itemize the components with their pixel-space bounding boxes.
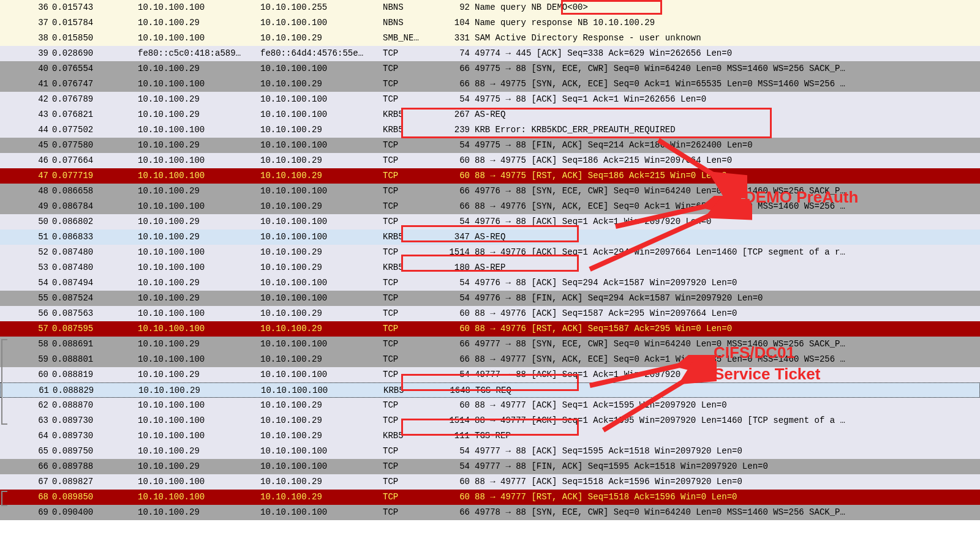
packet-row[interactable]: 640.08973010.10.100.10010.10.100.29KRB51… xyxy=(0,428,980,444)
col-length: 347 xyxy=(438,229,475,245)
packet-row[interactable]: 420.07678910.10.100.2910.10.100.100TCP54… xyxy=(0,92,980,107)
col-destination: 10.10.100.29 xyxy=(260,352,383,367)
col-length: 267 xyxy=(438,107,475,122)
packet-row[interactable]: 690.09040010.10.100.2910.10.100.100TCP66… xyxy=(0,505,980,520)
col-info: Name query NB DEMO<00> xyxy=(475,0,980,15)
packet-row[interactable]: 530.08748010.10.100.10010.10.100.29KRB51… xyxy=(0,260,980,275)
col-source: 10.10.100.29 xyxy=(138,92,260,107)
col-time: 0.086658 xyxy=(52,184,138,199)
packet-row[interactable]: 400.07655410.10.100.2910.10.100.100TCP66… xyxy=(0,61,980,76)
col-source: 10.10.100.100 xyxy=(138,153,260,168)
packet-row[interactable]: 670.08982710.10.100.10010.10.100.29TCP60… xyxy=(0,474,980,490)
col-source: 10.10.100.100 xyxy=(138,122,260,138)
packet-row[interactable]: 430.07682110.10.100.2910.10.100.100KRB52… xyxy=(0,107,980,122)
col-protocol: TCP xyxy=(383,474,438,490)
col-time: 0.087563 xyxy=(52,306,138,321)
col-protocol: KRB5 xyxy=(383,107,438,122)
col-info: 49777 → 88 [SYN, ECE, CWR] Seq=0 Win=642… xyxy=(475,337,980,352)
packet-row[interactable]: 590.08880110.10.100.10010.10.100.29TCP66… xyxy=(0,352,980,367)
col-time: 0.015850 xyxy=(52,31,138,46)
col-length: 54 xyxy=(438,291,475,306)
col-protocol: TCP xyxy=(383,490,438,505)
packet-row[interactable]: 380.01585010.10.100.10010.10.100.29SMB_N… xyxy=(0,31,980,46)
col-source: 10.10.100.29 xyxy=(138,505,260,520)
packet-row[interactable]: 440.07750210.10.100.10010.10.100.29KRB52… xyxy=(0,122,980,138)
col-length: 1648 xyxy=(439,383,475,397)
col-length: 60 xyxy=(438,306,475,321)
col-time: 0.089730 xyxy=(52,428,138,444)
col-source: 10.10.100.29 xyxy=(138,459,260,474)
packet-row[interactable]: 450.07758010.10.100.2910.10.100.100TCP54… xyxy=(0,138,980,153)
packet-row[interactable]: 410.07674710.10.100.10010.10.100.29TCP66… xyxy=(0,76,980,92)
col-protocol: TCP xyxy=(383,444,438,459)
packet-row[interactable]: 520.08748010.10.100.10010.10.100.29TCP15… xyxy=(0,245,980,260)
col-protocol: KRB5 xyxy=(383,229,438,245)
col-no: 58 xyxy=(0,337,52,352)
packet-list[interactable]: 360.01574310.10.100.10010.10.100.255NBNS… xyxy=(0,0,980,520)
packet-row[interactable]: 660.08978810.10.100.2910.10.100.100TCP54… xyxy=(0,459,980,474)
col-info: AS-REQ xyxy=(475,229,980,245)
col-destination: 10.10.100.100 xyxy=(260,214,383,229)
packet-row[interactable]: 610.08882910.10.100.2910.10.100.100KRB51… xyxy=(0,382,980,398)
col-protocol: NBNS xyxy=(383,0,438,15)
packet-row[interactable]: 470.07771910.10.100.10010.10.100.29TCP60… xyxy=(0,168,980,184)
packet-row[interactable]: 480.08665810.10.100.2910.10.100.100TCP66… xyxy=(0,184,980,199)
packet-row[interactable]: 600.08881910.10.100.2910.10.100.100TCP54… xyxy=(0,367,980,382)
packet-row[interactable]: 560.08756310.10.100.10010.10.100.29TCP60… xyxy=(0,306,980,321)
packet-row[interactable]: 650.08975010.10.100.2910.10.100.100TCP54… xyxy=(0,444,980,459)
col-protocol: TCP xyxy=(383,275,438,291)
col-time: 0.088870 xyxy=(52,398,138,413)
col-destination: 10.10.100.255 xyxy=(260,0,383,15)
col-info: 88 → 49777 [ACK] Seq=1 Ack=1595 Win=2097… xyxy=(475,413,980,428)
col-no: 62 xyxy=(0,398,52,413)
col-protocol: TCP xyxy=(383,184,438,199)
col-destination: 10.10.100.29 xyxy=(260,490,383,505)
packet-row[interactable]: 360.01574310.10.100.10010.10.100.255NBNS… xyxy=(0,0,980,15)
col-length: 60 xyxy=(438,490,475,505)
col-time: 0.089788 xyxy=(52,459,138,474)
col-no: 63 xyxy=(0,413,52,428)
col-source: 10.10.100.100 xyxy=(138,490,260,505)
col-protocol: KRB5 xyxy=(383,122,438,138)
packet-row[interactable]: 460.07766410.10.100.10010.10.100.29TCP60… xyxy=(0,153,980,168)
col-no: 65 xyxy=(0,444,52,459)
col-time: 0.088819 xyxy=(52,367,138,382)
col-length: 60 xyxy=(438,321,475,337)
col-length: 66 xyxy=(438,505,475,520)
col-protocol: KRB5 xyxy=(383,383,439,397)
col-length: 60 xyxy=(438,474,475,490)
col-destination: 10.10.100.100 xyxy=(260,505,383,520)
col-protocol: SMB_NE… xyxy=(383,31,438,46)
packet-row[interactable]: 580.08869110.10.100.2910.10.100.100TCP66… xyxy=(0,337,980,352)
col-time: 0.015743 xyxy=(52,0,138,15)
col-destination: 10.10.100.100 xyxy=(260,291,383,306)
packet-row[interactable]: 630.08973010.10.100.10010.10.100.29TCP15… xyxy=(0,413,980,428)
packet-row[interactable]: 550.08752410.10.100.2910.10.100.100TCP54… xyxy=(0,291,980,306)
packet-row[interactable]: 620.08887010.10.100.10010.10.100.29TCP60… xyxy=(0,398,980,413)
col-source: 10.10.100.100 xyxy=(138,31,260,46)
col-info: AS-REQ xyxy=(475,107,980,122)
packet-row[interactable]: 570.08759510.10.100.10010.10.100.29TCP60… xyxy=(0,321,980,337)
packet-row[interactable]: 500.08680210.10.100.2910.10.100.100TCP54… xyxy=(0,214,980,229)
col-destination: 10.10.100.100 xyxy=(260,444,383,459)
packet-row[interactable]: 510.08683310.10.100.2910.10.100.100KRB53… xyxy=(0,229,980,245)
packet-row[interactable]: 540.08749410.10.100.2910.10.100.100TCP54… xyxy=(0,275,980,291)
col-no: 50 xyxy=(0,214,52,229)
col-source: 10.10.100.29 xyxy=(138,367,260,382)
col-no: 41 xyxy=(0,76,52,92)
col-info: TGS-REQ xyxy=(475,383,979,397)
left-bracket-1 xyxy=(1,339,7,425)
col-time: 0.028690 xyxy=(52,46,138,61)
col-length: 180 xyxy=(438,260,475,275)
col-destination: 10.10.100.100 xyxy=(260,92,383,107)
packet-row[interactable]: 370.01578410.10.100.2910.10.100.100NBNS1… xyxy=(0,15,980,31)
col-source: 10.10.100.100 xyxy=(138,352,260,367)
packet-row[interactable]: 490.08678410.10.100.10010.10.100.29TCP66… xyxy=(0,199,980,214)
packet-row[interactable]: 390.028690fe80::c5c0:418:a589…fe80::64d4… xyxy=(0,46,980,61)
col-time: 0.087494 xyxy=(52,275,138,291)
col-source: 10.10.100.29 xyxy=(138,229,260,245)
col-length: 74 xyxy=(438,46,475,61)
col-source: 10.10.100.100 xyxy=(138,199,260,214)
col-time: 0.089850 xyxy=(52,490,138,505)
packet-row[interactable]: 680.08985010.10.100.10010.10.100.29TCP60… xyxy=(0,490,980,505)
